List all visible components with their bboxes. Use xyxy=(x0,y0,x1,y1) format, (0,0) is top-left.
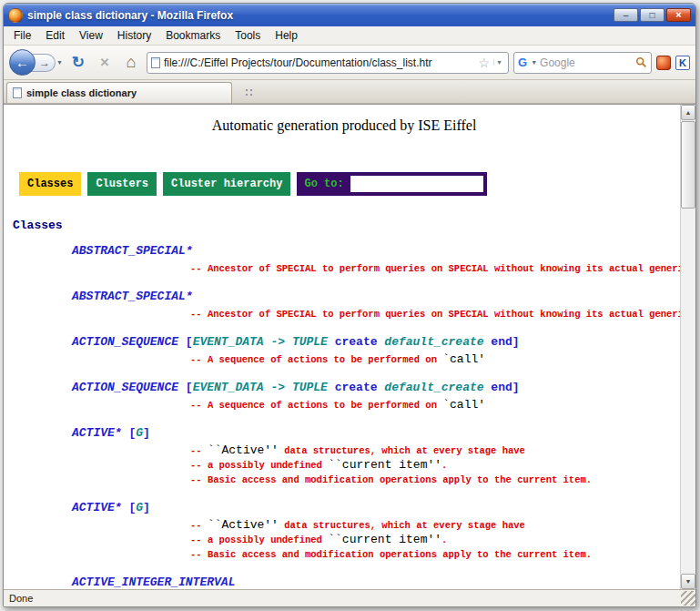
window-controls: – □ × xyxy=(614,8,691,22)
nav-button-row: ClassesClustersCluster hierarchy Go to: xyxy=(19,172,680,196)
class-comments: -- Ancestor of SPECIAL to perform querie… xyxy=(190,307,680,321)
class-entries: ABSTRACT_SPECIAL*-- Ancestor of SPECIAL … xyxy=(8,243,680,589)
close-icon: × xyxy=(675,10,681,20)
class-entry: ACTIVE* [G]-- ``Active'' data structures… xyxy=(72,500,680,562)
class-entry: ABSTRACT_SPECIAL*-- Ancestor of SPECIAL … xyxy=(72,243,680,276)
menu-edit[interactable]: Edit xyxy=(38,27,72,44)
class-comments: -- A sequence of actions to be performed… xyxy=(190,398,680,412)
tab-bar: simple class dictionary xyxy=(4,80,695,104)
comment-line: -- Basic access and modification operati… xyxy=(190,547,680,562)
menu-help[interactable]: Help xyxy=(268,27,305,44)
back-icon: ← xyxy=(15,55,29,70)
nav-button-cluster-hierarchy[interactable]: Cluster hierarchy xyxy=(163,172,290,196)
class-comments: -- A sequence of actions to be performed… xyxy=(190,352,680,367)
class-entry: ACTION_SEQUENCE [EVENT_DATA -> TUPLE cre… xyxy=(72,380,680,412)
tab-label: simple class dictionary xyxy=(26,87,137,98)
class-comments: -- Ancestor of SPECIAL to perform querie… xyxy=(190,261,680,276)
google-logo-icon[interactable]: G xyxy=(518,56,527,69)
menu-tools[interactable]: Tools xyxy=(228,27,268,44)
class-signature-link[interactable]: ABSTRACT_SPECIAL* xyxy=(72,289,680,304)
tab-strip-icon[interactable] xyxy=(245,88,253,97)
minimize-icon: – xyxy=(624,11,629,20)
class-signature-link[interactable]: ACTIVE* [G] xyxy=(72,425,680,441)
window-title: simple class dictionary - Mozilla Firefo… xyxy=(27,9,609,22)
comment-line: -- ``Active'' data structures, which at … xyxy=(190,518,680,533)
goto-label: Go to: xyxy=(304,178,343,190)
menu-view[interactable]: View xyxy=(72,27,110,44)
vertical-scrollbar[interactable]: ▲ ▼ xyxy=(680,105,695,589)
nav-buttons: ClassesClustersCluster hierarchy xyxy=(19,172,290,196)
minimize-button[interactable]: – xyxy=(614,8,638,22)
menu-file[interactable]: File xyxy=(6,27,38,44)
class-signature-link[interactable]: ACTIVE* [G] xyxy=(72,500,680,515)
status-text: Done xyxy=(9,593,33,604)
comment-line: -- A sequence of actions to be performed… xyxy=(190,398,680,412)
page-content: Automatic generation produced by ISE Eif… xyxy=(4,104,695,589)
class-entry: ACTIVE_INTEGER_INTERVAL xyxy=(72,575,680,589)
browser-window: simple class dictionary - Mozilla Firefo… xyxy=(3,3,696,607)
stop-icon: ✕ xyxy=(99,56,109,69)
url-input[interactable] xyxy=(164,56,475,69)
goto-input[interactable] xyxy=(350,176,483,192)
nav-button-clusters[interactable]: Clusters xyxy=(87,172,157,196)
class-signature-link[interactable]: ACTIVE_INTEGER_INTERVAL xyxy=(72,575,680,589)
url-dropdown-icon[interactable]: ▼ xyxy=(493,59,504,66)
stop-button[interactable]: ✕ xyxy=(94,52,116,74)
extension-icon-red[interactable] xyxy=(656,56,671,70)
titlebar[interactable]: simple class dictionary - Mozilla Firefo… xyxy=(4,4,695,26)
comment-line: -- Ancestor of SPECIAL to perform querie… xyxy=(190,261,680,276)
scrollbar-thumb[interactable] xyxy=(681,121,695,209)
class-signature-link[interactable]: ACTION_SEQUENCE [EVENT_DATA -> TUPLE cre… xyxy=(72,334,680,350)
document-body: Automatic generation produced by ISE Eif… xyxy=(4,105,680,589)
scroll-down-button[interactable]: ▼ xyxy=(681,574,695,589)
search-icon[interactable] xyxy=(635,56,647,68)
comment-line: -- a possibly undefined ``current item''… xyxy=(190,458,680,473)
home-button[interactable]: ⌂ xyxy=(120,52,142,74)
nav-button-classes[interactable]: Classes xyxy=(19,172,81,196)
scroll-up-button[interactable]: ▲ xyxy=(681,105,695,120)
search-input[interactable] xyxy=(540,56,633,69)
search-engine-dropdown-icon[interactable]: ▼ xyxy=(531,59,537,66)
class-entry: ACTION_SEQUENCE [EVENT_DATA -> TUPLE cre… xyxy=(72,334,680,367)
class-comments: -- ``Active'' data structures, which at … xyxy=(190,443,680,487)
extension-icon-k[interactable]: K xyxy=(675,56,690,70)
close-button[interactable]: × xyxy=(666,8,691,22)
class-signature-link[interactable]: ABSTRACT_SPECIAL* xyxy=(72,243,680,259)
comment-line: -- A sequence of actions to be performed… xyxy=(190,352,680,367)
k-badge-icon: K xyxy=(679,57,686,68)
comment-line: -- a possibly undefined ``current item''… xyxy=(190,533,680,547)
class-entry: ABSTRACT_SPECIAL*-- Ancestor of SPECIAL … xyxy=(72,289,680,321)
section-heading-classes: Classes xyxy=(13,219,680,232)
comment-line: -- ``Active'' data structures, which at … xyxy=(190,443,680,458)
refresh-button[interactable]: ↻ xyxy=(67,52,89,74)
class-comments: -- ``Active'' data structures, which at … xyxy=(190,518,680,562)
status-bar: Done xyxy=(4,589,695,606)
comment-line: -- Basic access and modification operati… xyxy=(190,473,680,487)
menu-bookmarks[interactable]: Bookmarks xyxy=(158,27,228,44)
class-signature-link[interactable]: ACTION_SEQUENCE [EVENT_DATA -> TUPLE cre… xyxy=(72,380,680,395)
tab-simple-class-dictionary[interactable]: simple class dictionary xyxy=(6,82,232,103)
nav-toolbar: ← → ▼ ↻ ✕ ⌂ ☆ ▼ G ▼ K xyxy=(4,46,695,80)
search-bar: G ▼ xyxy=(513,52,652,74)
history-dropdown-icon[interactable]: ▼ xyxy=(56,59,63,66)
goto-block: Go to: xyxy=(297,172,486,196)
home-icon: ⌂ xyxy=(127,53,137,72)
firefox-icon xyxy=(8,8,23,23)
page-favicon xyxy=(151,57,160,68)
resize-grip[interactable] xyxy=(681,591,695,606)
tab-favicon xyxy=(13,87,22,98)
forward-icon: → xyxy=(39,56,50,69)
scroll-up-icon: ▲ xyxy=(685,109,692,116)
bookmark-star-icon[interactable]: ☆ xyxy=(479,56,491,69)
class-entry: ACTIVE* [G]-- ``Active'' data structures… xyxy=(72,425,680,487)
history-nav: ← → ▼ xyxy=(9,49,63,76)
comment-line: -- Ancestor of SPECIAL to perform querie… xyxy=(190,307,680,321)
page-title: Automatic generation produced by ISE Eif… xyxy=(8,117,680,134)
menu-history[interactable]: History xyxy=(110,27,158,44)
back-button[interactable]: ← xyxy=(9,49,36,76)
address-bar: ☆ ▼ xyxy=(147,52,509,74)
maximize-icon: □ xyxy=(649,11,654,20)
menubar: FileEditViewHistoryBookmarksToolsHelp xyxy=(4,26,695,46)
maximize-button[interactable]: □ xyxy=(640,8,664,22)
refresh-icon: ↻ xyxy=(72,53,85,72)
